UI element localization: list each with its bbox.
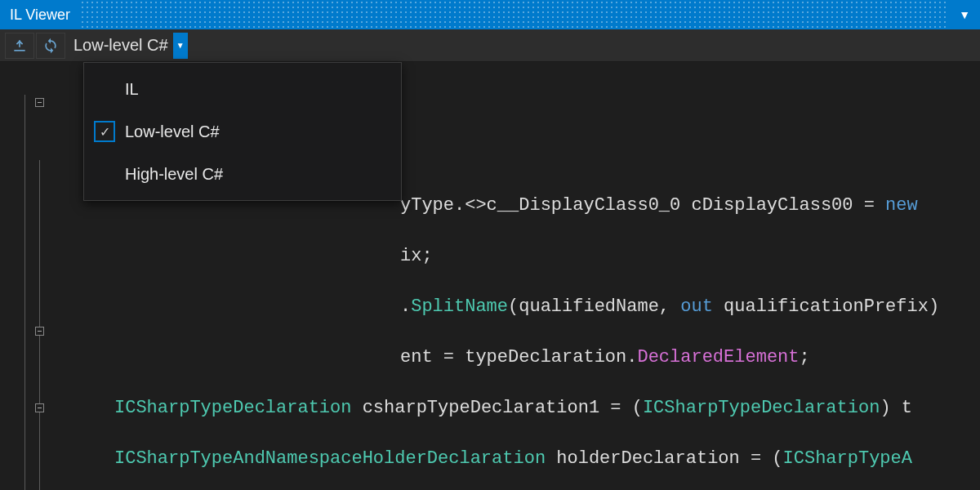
collapse-panel-icon[interactable]: ▼ (959, 8, 970, 21)
title-grip[interactable] (80, 0, 949, 29)
menu-item-il[interactable]: IL (84, 68, 401, 110)
fold-toggle[interactable] (35, 327, 44, 336)
decompile-mode-dropdown[interactable]: Low-level C# ▼ (70, 33, 188, 59)
check-icon (94, 163, 115, 185)
fold-toggle[interactable] (35, 98, 44, 107)
menu-item-label: IL (125, 80, 139, 99)
decompile-mode-menu: IL Low-level C# High-level C# (83, 62, 402, 201)
code-content: yType.<>c__DisplayClass0_0 cDisplayClass… (0, 167, 980, 490)
toolbar: Low-level C# ▼ (0, 29, 980, 62)
menu-item-label: Low-level C# (125, 122, 220, 141)
upload-icon (11, 38, 28, 54)
check-icon (94, 78, 115, 100)
gutter (0, 62, 49, 490)
refresh-button[interactable] (36, 33, 65, 59)
title-bar: IL Viewer ▼ (0, 0, 980, 29)
window-title: IL Viewer (10, 7, 70, 24)
menu-item-low-level-csharp[interactable]: Low-level C# (84, 110, 401, 153)
dropdown-selected-label: Low-level C# (70, 36, 173, 55)
export-to-project-button[interactable] (5, 33, 34, 59)
menu-item-label: High-level C# (125, 165, 223, 184)
fold-toggle[interactable] (35, 403, 44, 412)
menu-item-high-level-csharp[interactable]: High-level C# (84, 153, 401, 195)
chevron-down-icon: ▼ (173, 33, 188, 59)
check-icon (94, 121, 115, 142)
sync-icon (42, 38, 59, 54)
